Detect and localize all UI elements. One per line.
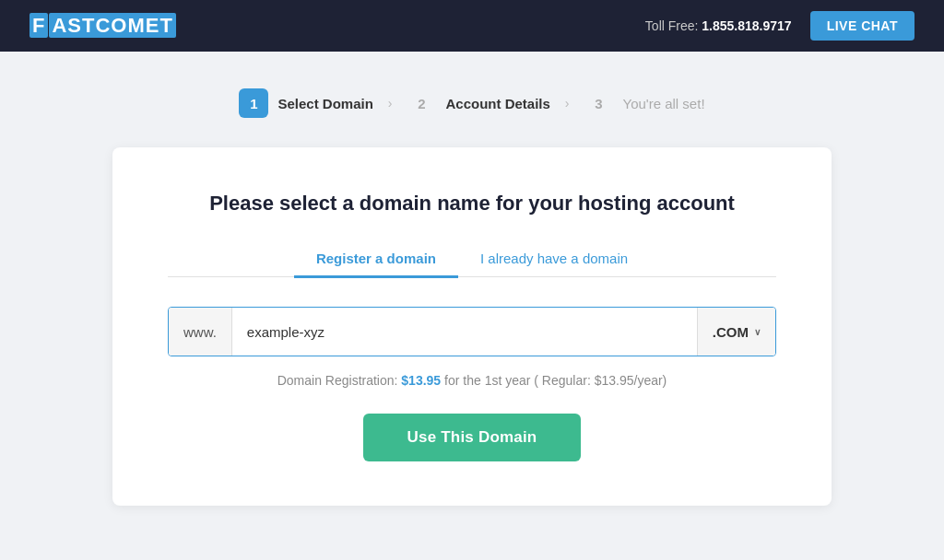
step-2-label: Account Details	[445, 96, 549, 111]
live-chat-button[interactable]: LIVE CHAT	[810, 11, 914, 41]
card-title: Please select a domain name for your hos…	[168, 192, 776, 216]
use-this-domain-button[interactable]: Use This Domain	[363, 414, 582, 461]
step-1-number: 1	[239, 88, 268, 118]
main-content: 1 Select Domain › 2 Account Details › 3 …	[0, 52, 944, 542]
www-prefix: www.	[169, 308, 232, 356]
toll-free: Toll Free: 1.855.818.9717	[645, 18, 792, 33]
step-3-number: 3	[584, 88, 614, 118]
tld-arrow-icon: ∨	[754, 327, 761, 337]
tab-have-domain[interactable]: I already have a domain	[458, 241, 650, 278]
tab-have-link: have a domain	[537, 251, 628, 266]
tld-value: .COM	[713, 324, 749, 340]
pricing-label: Domain Registration:	[277, 373, 402, 388]
pricing-info: Domain Registration: $13.95 for the 1st …	[168, 373, 776, 388]
tab-have-prefix: I already	[480, 251, 537, 266]
logo: FASTCOMET	[30, 14, 177, 38]
step-1: 1 Select Domain	[239, 88, 372, 118]
domain-tabs: Register a domain I already have a domai…	[168, 241, 776, 277]
step-3-label: You're all set!	[623, 96, 705, 111]
step-1-label: Select Domain	[277, 96, 372, 111]
tab-register-domain[interactable]: Register a domain	[294, 241, 458, 278]
domain-input[interactable]	[232, 308, 697, 356]
phone-number: 1.855.818.9717	[702, 18, 791, 33]
step-2: 2 Account Details	[407, 88, 549, 118]
domain-card: Please select a domain name for your hos…	[112, 147, 832, 506]
header-right: Toll Free: 1.855.818.9717 LIVE CHAT	[645, 11, 914, 41]
pricing-detail: for the 1st year ( Regular: $13.95/year)	[441, 373, 667, 388]
header: FASTCOMET Toll Free: 1.855.818.9717 LIVE…	[0, 0, 944, 52]
domain-input-row: www. .COM ∨	[168, 307, 776, 356]
logo-text: ASTCOMET	[49, 13, 175, 38]
stepper: 1 Select Domain › 2 Account Details › 3 …	[239, 88, 704, 118]
pricing-price: $13.95	[401, 373, 441, 388]
toll-free-label: Toll Free:	[645, 18, 699, 33]
step-3: 3 You're all set!	[584, 88, 705, 118]
step-arrow-1: ›	[388, 96, 393, 111]
step-2-number: 2	[407, 88, 436, 118]
tld-selector[interactable]: .COM ∨	[697, 308, 775, 356]
step-arrow-2: ›	[565, 96, 570, 111]
